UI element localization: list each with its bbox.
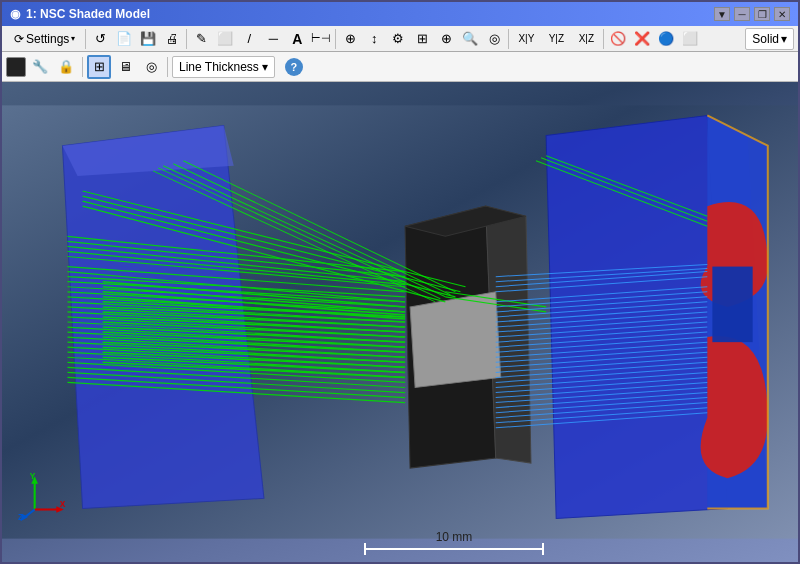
- axes-indicator: Y X Z: [18, 472, 68, 522]
- save-btn[interactable]: 💾: [136, 27, 160, 51]
- dim-btn[interactable]: ⊢⊣: [309, 27, 333, 51]
- print-btn[interactable]: 🖨: [160, 27, 184, 51]
- svg-text:X: X: [60, 499, 66, 509]
- settings-arrow: ▾: [71, 34, 75, 43]
- grid2-btn[interactable]: ⊞: [87, 55, 111, 79]
- zoom-btn[interactable]: 🔍: [458, 27, 482, 51]
- new-btn[interactable]: 📄: [112, 27, 136, 51]
- restore-button[interactable]: ❐: [754, 7, 770, 21]
- white-rect-btn[interactable]: ⬜: [678, 27, 702, 51]
- solid-arrow: ▾: [781, 32, 787, 46]
- line-thickness-arrow: ▾: [262, 60, 268, 74]
- yz-btn[interactable]: Y|Z: [541, 27, 571, 51]
- grid-btn[interactable]: ⊞: [410, 27, 434, 51]
- scale-label: 10 mm: [436, 530, 473, 544]
- window-icon: ◉: [10, 7, 20, 21]
- crosshair-btn[interactable]: ⊕: [338, 27, 362, 51]
- dropdown-arrow-btn[interactable]: ▼: [714, 7, 730, 21]
- toolbar2: 🔧 🔒 ⊞ 🖥 ◎ Line Thickness ▾ ?: [2, 52, 798, 82]
- scale-bar: 10 mm: [364, 530, 544, 550]
- line-thickness-button[interactable]: Line Thickness ▾: [172, 56, 275, 78]
- 3d-viewport[interactable]: Y X Z 10 mm: [2, 82, 798, 562]
- separator-4: [508, 29, 509, 49]
- blue-circle-btn[interactable]: 🔵: [654, 27, 678, 51]
- menu-bar: ⟳ Settings ▾ ↺ 📄 💾 🖨 ✎ ⬜ / ─ A ⊢⊣ ⊕ ↕ ⚙ …: [2, 26, 798, 52]
- svg-text:Z: Z: [18, 512, 23, 522]
- refresh-btn[interactable]: ↺: [88, 27, 112, 51]
- circle-btn[interactable]: ◎: [482, 27, 506, 51]
- settings2-btn[interactable]: ⚙: [386, 27, 410, 51]
- close-button[interactable]: ✕: [774, 7, 790, 21]
- separator-7: [167, 57, 168, 77]
- settings-label: ⟳: [14, 32, 24, 46]
- svg-text:Y: Y: [30, 472, 36, 481]
- no-btn[interactable]: 🚫: [606, 27, 630, 51]
- separator-2: [186, 29, 187, 49]
- window-title: 1: NSC Shaded Model: [26, 7, 150, 21]
- settings-text: Settings: [26, 32, 69, 46]
- line-thickness-label: Line Thickness: [179, 60, 259, 74]
- monitor-btn[interactable]: 🖥: [113, 55, 137, 79]
- scene-svg: [2, 82, 798, 562]
- settings-menu[interactable]: ⟳ Settings ▾: [6, 30, 83, 48]
- separator-1: [85, 29, 86, 49]
- solid-dropdown[interactable]: Solid ▾: [745, 28, 794, 50]
- close2-btn[interactable]: ❌: [630, 27, 654, 51]
- wrench-btn[interactable]: 🔧: [28, 55, 52, 79]
- scale-line: [364, 548, 544, 550]
- separator-6: [82, 57, 83, 77]
- separator-3: [335, 29, 336, 49]
- title-bar-left: ◉ 1: NSC Shaded Model: [10, 7, 150, 21]
- pencil-btn[interactable]: ✎: [189, 27, 213, 51]
- title-bar: ◉ 1: NSC Shaded Model ▼ ─ ❐ ✕: [2, 2, 798, 26]
- crosshair2-btn[interactable]: ⊕: [434, 27, 458, 51]
- color-swatch-btn[interactable]: [6, 57, 26, 77]
- rect-btn[interactable]: ⬜: [213, 27, 237, 51]
- hline-btn[interactable]: ─: [261, 27, 285, 51]
- text-btn[interactable]: A: [285, 27, 309, 51]
- xz-btn[interactable]: X|Z: [571, 27, 601, 51]
- target-btn[interactable]: ◎: [139, 55, 163, 79]
- minimize-button[interactable]: ─: [734, 7, 750, 21]
- line-btn[interactable]: /: [237, 27, 261, 51]
- solid-label: Solid: [752, 32, 779, 46]
- svg-rect-6: [712, 267, 752, 343]
- svg-marker-10: [410, 292, 501, 388]
- lock-btn[interactable]: 🔒: [54, 55, 78, 79]
- title-bar-controls: ▼ ─ ❐ ✕: [714, 7, 790, 21]
- up-btn[interactable]: ↕: [362, 27, 386, 51]
- main-window: ◉ 1: NSC Shaded Model ▼ ─ ❐ ✕ ⟳ Settings…: [0, 0, 800, 564]
- xy-btn[interactable]: X|Y: [511, 27, 541, 51]
- help-button[interactable]: ?: [285, 58, 303, 76]
- separator-5: [603, 29, 604, 49]
